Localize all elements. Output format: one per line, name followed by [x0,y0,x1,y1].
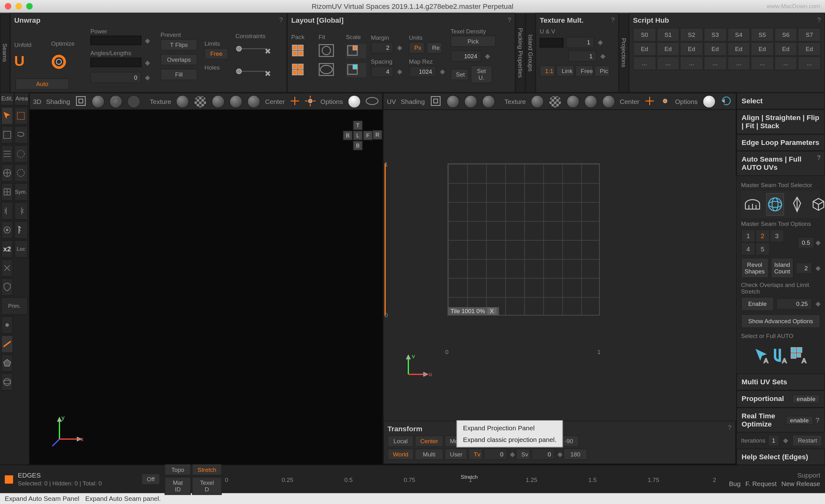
minimize-icon[interactable] [15,3,22,9]
set-button[interactable]: Set [451,69,469,80]
script-slot[interactable]: ... [774,56,797,70]
wireframe-ball-icon[interactable] [464,95,477,108]
stretch-input[interactable]: 0.25 [776,298,812,310]
restart-button[interactable]: Restart [793,435,822,446]
auto-button[interactable]: Auto [15,78,69,90]
script-slot[interactable]: Ed [727,42,750,56]
seam-num-4[interactable]: 4 [741,243,755,255]
spinner-icon[interactable]: ◆ [598,39,603,47]
newrelease-link[interactable]: New Release [781,480,820,487]
edgeloop-header[interactable]: Edge Loop Parameters [736,134,825,151]
loc-label[interactable]: Loc [14,240,27,258]
multiuv-header[interactable]: Multi UV Sets [736,373,825,390]
box-icon[interactable] [810,193,825,216]
free-button[interactable]: Free [576,65,593,77]
stretch-button[interactable]: Stretch [192,464,222,475]
seams-tab[interactable]: Seams [0,13,10,93]
script-slot[interactable]: S3 [704,28,727,41]
viewport-3d-canvas[interactable]: T BLF B R y x [29,110,382,464]
setu-button[interactable]: Set U. [471,65,492,83]
tex-d-icon[interactable] [602,95,615,108]
seam-num-2[interactable]: 2 [755,229,770,242]
auto-select-icon[interactable]: A [753,346,771,365]
maximize-icon[interactable] [26,3,33,9]
seam-cut-icon[interactable] [1,259,13,277]
spinner-icon[interactable]: ◆ [600,52,605,60]
island-groups-tab[interactable]: Island Groups [525,13,535,93]
help-icon[interactable]: ? [508,16,512,23]
island-button[interactable]: Island Count [771,258,794,278]
area-tab[interactable]: Area [14,93,29,105]
realtime-header[interactable]: Real Time Optimizeenable? [736,408,825,432]
enable-proportional[interactable]: enable [793,394,820,403]
link-button[interactable]: Link [556,65,574,77]
shading-ball-icon[interactable] [446,95,459,108]
re-button[interactable]: Re [427,42,442,53]
cube-t[interactable]: T [353,120,362,130]
multi-button[interactable]: Multi [415,448,444,460]
script-slot[interactable]: Ed [657,42,680,56]
enable-button[interactable]: Enable [741,297,774,311]
enable-realtime[interactable]: enable [785,416,813,424]
cube-bb[interactable]: B [353,141,362,150]
script-slot[interactable]: Ed [751,42,774,56]
help-icon[interactable]: ? [611,16,615,23]
sym-label[interactable]: Sym. [14,183,27,201]
tex-b-icon[interactable] [212,95,225,108]
script-slot[interactable]: S1 [657,28,680,41]
island-count[interactable]: 2 [796,262,812,274]
val05-input[interactable]: 0.5 [798,237,814,248]
shade-mode-icon[interactable] [127,95,140,108]
spinner-icon[interactable]: ◆ [816,239,820,246]
spacing-input[interactable]: 4 [371,66,394,77]
script-slot[interactable]: S7 [798,28,821,41]
texmult-one-a[interactable]: 1 [566,37,595,48]
overlaps-button[interactable]: Overlaps [160,54,197,65]
script-slot[interactable]: Ed [680,42,703,56]
sv-input[interactable]: 0 [531,448,555,460]
rotate-icon[interactable] [720,95,732,108]
x2-label[interactable]: x2 [1,240,13,258]
cube-b[interactable]: B [343,131,352,140]
constraint-slider-b[interactable]: ✕ [235,65,275,78]
poly-icon[interactable] [1,354,13,372]
script-slot[interactable]: S6 [774,28,797,41]
frame-icon[interactable] [430,95,442,108]
center-a-icon[interactable] [644,95,655,107]
spinner-icon[interactable]: ◆ [440,67,445,75]
edit-tab[interactable]: Edit. [0,93,14,105]
script-slot[interactable]: S4 [727,28,750,41]
script-slot[interactable]: S5 [751,28,774,41]
frequest-link[interactable]: F. Request [745,480,776,487]
tile-close-icon[interactable]: X [487,308,496,314]
cube-r[interactable]: R [373,130,382,140]
rect-icon[interactable] [1,126,13,144]
free-button[interactable]: Free [205,48,228,60]
spinner-icon[interactable]: ◆ [145,74,150,82]
script-slot[interactable]: Ed [633,42,656,56]
fill-button[interactable]: Fill [160,69,197,80]
local-button[interactable]: Local [388,436,414,447]
unfold-icon[interactable]: U [14,53,44,70]
px-button[interactable]: Px [409,42,425,53]
seam-num-3[interactable]: 3 [769,229,784,242]
script-slot[interactable]: ... [798,56,821,70]
user-button[interactable]: User [445,448,467,460]
spinner-icon[interactable]: ◆ [557,450,562,458]
optimize-icon[interactable] [51,54,83,71]
ratio-button[interactable]: 1:1 [540,65,555,77]
viewport-uv-canvas[interactable]: 1 0 0 1 Tile 1001 0%X v u [383,110,736,421]
dot-icon[interactable] [1,316,13,334]
globe-icon[interactable] [1,164,13,182]
shield-icon[interactable] [1,278,13,296]
spinner-icon[interactable]: ◆ [145,59,150,67]
autoseams-header[interactable]: Auto Seams | Full AUTO UVs? [736,151,825,176]
prim-label[interactable]: Prim. [1,297,28,315]
spinner-icon[interactable]: ◆ [510,450,515,458]
zero-input[interactable]: 0 [90,72,142,83]
auto-pack-icon[interactable]: A [790,346,809,365]
center-b-icon[interactable] [305,95,316,107]
lasso-icon[interactable] [14,126,27,144]
scale-icon-b[interactable] [346,63,366,77]
marquee-tool-icon[interactable] [14,107,27,125]
